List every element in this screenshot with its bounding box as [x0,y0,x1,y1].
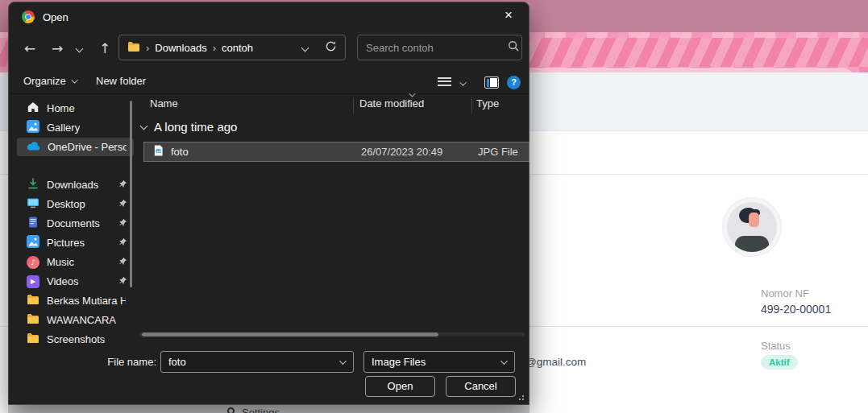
sidebar-item-music[interactable]: ♪ Music [17,253,134,271]
preview-pane-icon[interactable] [484,76,499,89]
chevron-down-icon [71,76,77,83]
desktop-icon [27,196,39,212]
sidebar-item-downloads[interactable]: Downloads [17,176,134,194]
sidebar-item-label: Berkas Mutiara Ha [47,295,126,307]
sidebar-item-videos[interactable]: ▶ Videos [17,272,134,291]
organize-button[interactable]: Organize [23,75,77,87]
sidebar-item-pictures[interactable]: Pictures [17,233,134,252]
file-date-cell: 26/07/2023 20:49 [361,146,442,158]
horizontal-scrollbar[interactable] [139,332,525,337]
horizontal-scrollbar-thumb[interactable] [142,332,438,337]
column-separator[interactable] [353,97,354,114]
pictures-icon [27,235,39,250]
new-folder-label: New folder [96,75,146,87]
breadcrumb-item-downloads[interactable]: Downloads [155,42,206,54]
pin-icon [118,217,127,229]
cancel-button[interactable]: Cancel [446,376,516,397]
nomor-nf-label: Nomor NF [761,287,809,299]
music-icon: ♪ [27,256,39,269]
sidebar-scrollbar[interactable] [130,101,132,287]
sidebar-item-gallery[interactable]: Gallery [17,118,134,137]
sidebar-item-onedrive[interactable]: OneDrive - Personal [17,138,134,156]
recent-locations-chevron-icon[interactable] [76,45,84,53]
pin-icon [118,237,127,249]
file-name-combobox[interactable] [160,351,354,373]
address-dropdown-chevron-icon[interactable] [301,43,309,52]
videos-icon: ▶ [27,275,39,288]
refresh-icon[interactable] [325,40,337,55]
file-name-label: File name: [89,356,156,368]
breadcrumb-separator: › [213,42,216,54]
breadcrumb[interactable]: › Downloads › contoh [118,35,346,60]
bottom-partial-text: Settings [242,407,280,413]
sidebar-item-label: Home [47,102,75,114]
back-button[interactable]: ← [24,42,35,56]
page-bottom-row: Settings [8,405,530,413]
sidebar-item-label: Desktop [47,198,85,210]
sidebar-item-berkas-mutiara[interactable]: Berkas Mutiara Ha [17,291,134,310]
file-name-input[interactable] [168,356,340,368]
sidebar-item-screenshots[interactable]: Screenshots [17,330,134,349]
pin-icon [118,256,127,268]
file-row-foto[interactable]: foto 26/07/2023 20:49 JPG File [144,142,529,161]
sidebar-item-home[interactable]: Home [17,99,134,118]
email-text: @gmail.com [525,356,586,368]
search-input[interactable] [366,42,508,54]
onedrive-icon [27,141,40,153]
view-dropdown-chevron-icon[interactable] [459,79,466,85]
search-box[interactable] [357,35,522,60]
resize-grip[interactable] [516,392,524,400]
sidebar-item-wawancara[interactable]: WAWANCARA [17,311,134,329]
organize-label: Organize [23,75,66,87]
search-icon [508,40,520,55]
column-header-date-modified[interactable]: Date modified [359,97,424,109]
column-header-name[interactable]: Name [150,97,178,109]
breadcrumb-separator: › [146,42,149,54]
sidebar-item-documents[interactable]: Documents [17,214,134,233]
sort-chevron-icon [409,91,416,97]
help-icon[interactable]: ? [507,76,521,89]
home-icon [27,101,39,116]
close-icon[interactable]: × [495,2,522,30]
view-mode-icon[interactable] [438,77,451,88]
sidebar-item-label: Screenshots [47,333,105,345]
status-badge: Aktif [761,355,798,370]
documents-icon [27,216,39,231]
pin-icon [118,179,127,191]
gallery-icon [27,120,39,135]
open-file-dialog: Open × ← → ↑ › Downloads › contoh Organi… [8,2,530,405]
new-folder-button[interactable]: New folder [96,75,146,87]
column-header-type[interactable]: Type [476,97,499,109]
up-button[interactable]: ↑ [99,42,110,56]
chevron-down-icon[interactable] [339,357,347,365]
folder-icon [127,41,140,55]
sidebar-item-desktop[interactable]: Desktop [17,195,134,213]
sidebar-item-label: WAWANCARA [47,314,116,326]
downloads-icon [27,177,39,192]
file-name-cell: foto [171,146,189,158]
sidebar-item-label: Downloads [47,179,98,191]
folder-icon [27,332,39,346]
file-group-header[interactable]: A long time ago [141,120,237,134]
sidebar-item-label: Music [47,256,74,268]
group-label: A long time ago [154,120,237,134]
column-separator[interactable] [471,97,472,114]
group-collapse-chevron-icon[interactable] [140,122,148,130]
folder-icon [27,313,39,327]
folder-icon [27,294,39,308]
dialog-titlebar[interactable]: Open × [9,2,529,31]
status-label: Status [761,340,791,352]
forward-button[interactable]: → [52,42,63,56]
file-type-value: Image Files [372,356,426,368]
jpg-file-icon [153,144,164,159]
sidebar-item-label: Documents [47,217,100,229]
chrome-logo-icon [22,10,35,23]
file-type-combobox[interactable]: Image Files [363,351,515,373]
dialog-title: Open [43,11,69,23]
pin-icon [118,198,127,210]
breadcrumb-item-contoh[interactable]: contoh [222,42,253,54]
open-button[interactable]: Open [365,376,435,397]
sidebar-item-label: OneDrive - Personal [48,141,127,153]
chevron-down-icon[interactable] [500,357,508,365]
avatar [723,198,781,256]
